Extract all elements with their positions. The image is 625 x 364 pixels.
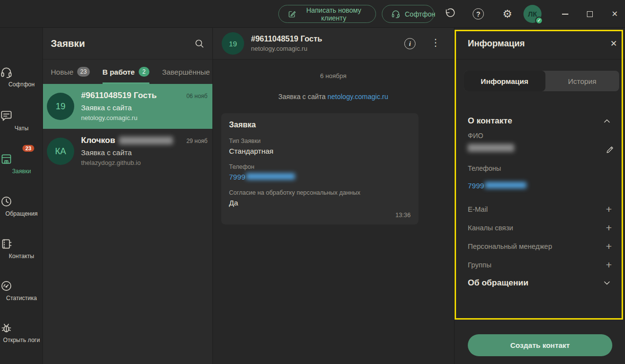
- plus-icon[interactable]: +: [606, 222, 612, 234]
- sidebar-label: Обращения: [0, 210, 43, 218]
- request-source: netology.comagic.ru: [81, 114, 208, 121]
- avatar: КА: [47, 138, 74, 165]
- request-list-item[interactable]: КА Клочков Заявка с сайта thelazydogz.gi…: [43, 129, 212, 174]
- contacts-icon: [0, 238, 43, 250]
- sidebar-item-requests[interactable]: 23 Заявки: [0, 153, 43, 175]
- date-separator: 6 ноября: [213, 72, 454, 80]
- online-check-badge: ✓: [535, 17, 543, 24]
- redacted-phone: [246, 173, 295, 180]
- system-message-link[interactable]: netology.comagic.ru: [328, 93, 388, 101]
- avatar: 19: [47, 93, 74, 120]
- phone-value-row: 7999: [468, 182, 612, 190]
- tab-in-progress-badge: 2: [139, 67, 149, 77]
- edit-pencil-icon[interactable]: [605, 145, 615, 154]
- tab-label: Завершённые: [162, 68, 210, 76]
- info-panel-title: Информация: [468, 39, 525, 49]
- sidebar-item-appeals[interactable]: Обращения: [0, 195, 43, 218]
- field-label: Телефон: [229, 163, 411, 170]
- redacted-name: [119, 137, 173, 144]
- add-email-row[interactable]: E-Mail +: [468, 203, 612, 215]
- tab-history[interactable]: История: [545, 71, 619, 91]
- request-source: thelazydogz.github.io: [81, 159, 208, 166]
- field-value: Стандартная: [229, 147, 411, 155]
- plus-icon[interactable]: +: [606, 203, 612, 215]
- sidebar-label: Статистика: [0, 295, 43, 302]
- request-list-item[interactable]: 19 #9611048519 Гость Заявка с сайта neto…: [43, 84, 212, 129]
- window-maximize-button[interactable]: [584, 9, 595, 20]
- chevron-up-icon[interactable]: [602, 116, 612, 126]
- headset-icon: [391, 9, 400, 19]
- info-panel: Информация ✕ Информация История О контак…: [454, 28, 625, 364]
- sidebar-label: Открыть логи: [0, 337, 43, 344]
- info-tabs: Информация История: [464, 71, 619, 91]
- list-title: Заявки: [51, 38, 85, 49]
- sidebar-item-softphone[interactable]: Софтфон: [0, 66, 43, 88]
- add-manager-row[interactable]: Персональный менеджер +: [468, 241, 612, 252]
- stats-icon: [0, 280, 43, 292]
- tab-information[interactable]: Информация: [464, 71, 545, 91]
- request-date: 29 нояб: [187, 138, 208, 144]
- sidebar-item-statistics[interactable]: Статистика: [0, 280, 43, 302]
- fio-value-row: [468, 144, 612, 155]
- settings-gear-icon[interactable]: ⚙: [501, 8, 513, 20]
- undo-icon[interactable]: [444, 8, 456, 20]
- chevron-down-icon[interactable]: [602, 278, 612, 288]
- phone-link[interactable]: 7999: [229, 173, 411, 181]
- kebab-menu-icon[interactable]: ⋮: [431, 37, 441, 48]
- sidebar-item-chats[interactable]: Чаты: [0, 110, 43, 132]
- tab-in-progress[interactable]: В работе 2: [103, 60, 149, 84]
- compose-new-client-label: Написать новому клиенту: [301, 6, 367, 22]
- info-icon[interactable]: i: [404, 38, 416, 49]
- section-about-request[interactable]: Об обращении: [468, 278, 612, 288]
- help-icon[interactable]: ?: [473, 8, 484, 20]
- sidebar-label: Софтфон: [0, 81, 43, 88]
- topbar: Написать новому клиенту Софтфон ? ⚙ ЛК ✓…: [0, 0, 625, 28]
- section-about-contact: О контакте: [468, 116, 612, 126]
- request-tabs: Новые 23 В работе 2 Завершённые: [43, 60, 212, 84]
- info-panel-header: Информация ✕: [455, 28, 625, 60]
- request-message-card: Заявка Тип Заявки Стандартная Телефон 79…: [221, 113, 418, 224]
- close-icon[interactable]: ✕: [610, 39, 617, 49]
- field-value: Да: [229, 199, 411, 207]
- window-minimize-button[interactable]: [560, 9, 570, 20]
- message-time: 13:36: [229, 212, 411, 219]
- chat-panel: 19 #9611048519 Гость netology.comagic.ru…: [213, 28, 454, 364]
- field-label: Тип Заявки: [229, 138, 411, 144]
- tab-new-badge: 23: [77, 67, 89, 77]
- chat-subtitle: netology.comagic.ru: [251, 45, 322, 52]
- sidebar-item-open-logs[interactable]: Открыть логи: [0, 322, 43, 344]
- card-title: Заявка: [229, 121, 411, 129]
- tab-label: Новые: [51, 68, 73, 76]
- plus-icon[interactable]: +: [606, 241, 612, 252]
- redacted-fio: [468, 144, 514, 152]
- search-icon[interactable]: [194, 38, 205, 49]
- requests-count-badge: 23: [22, 145, 34, 152]
- headset-icon: [0, 66, 43, 79]
- softphone-button[interactable]: Софтфон: [382, 5, 434, 23]
- sidebar-item-contacts[interactable]: Контакты: [0, 238, 43, 260]
- field-label: Согласие на обработку персональных данны…: [229, 189, 411, 196]
- add-channels-row[interactable]: Каналы связи +: [468, 222, 612, 234]
- softphone-label: Софтфон: [405, 10, 436, 18]
- user-avatar[interactable]: ЛК ✓: [523, 5, 542, 23]
- request-date: 06 нояб: [187, 93, 208, 100]
- sidebar-nav: Софтфон Чаты 23 Заявки Обращения Контакт…: [0, 28, 43, 364]
- clock-icon: [0, 195, 43, 208]
- tab-completed[interactable]: Завершённые: [162, 60, 210, 84]
- list-header: Заявки: [43, 28, 212, 60]
- add-groups-row[interactable]: Группы +: [468, 259, 612, 271]
- fio-label: ФИО: [468, 132, 612, 140]
- sidebar-label: Контакты: [0, 253, 43, 260]
- create-contact-button[interactable]: Создать контакт: [468, 334, 612, 356]
- sidebar-label: Чаты: [0, 125, 43, 132]
- chat-icon: [0, 110, 43, 122]
- plus-icon[interactable]: +: [606, 259, 612, 271]
- contact-phone-link[interactable]: 7999: [468, 182, 526, 190]
- system-message: Заявка с сайта netology.comagic.ru: [213, 93, 454, 101]
- compose-new-client-button[interactable]: Написать новому клиенту: [278, 5, 376, 23]
- sidebar-label: Заявки: [0, 168, 43, 175]
- tab-new[interactable]: Новые 23: [51, 60, 90, 84]
- window-close-button[interactable]: ✕: [609, 9, 620, 20]
- ticket-icon: [0, 153, 43, 165]
- chat-title: #9611048519 Гость: [251, 35, 322, 43]
